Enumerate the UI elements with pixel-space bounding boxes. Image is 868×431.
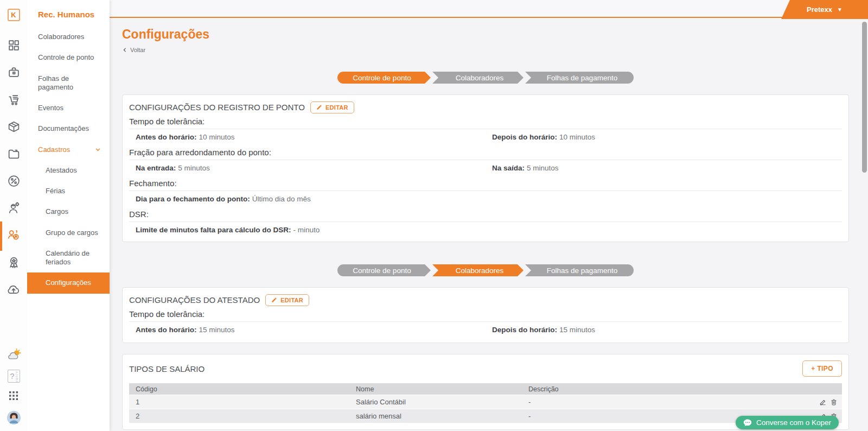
main-area: Pretexx ▼ Configurações Voltar Controle … [110,0,868,431]
sidebar-item-grupo-de-cargos[interactable]: Grupo de cargos [27,223,110,243]
vertical-scrollbar-thumb[interactable] [862,22,867,173]
section-label: Fechamento: [129,176,842,191]
table-header-row: Código Nome Descrição [129,383,842,395]
step-folhas-de-pagamento[interactable]: Folhas de pagamento [525,72,634,84]
table-row: 1 Salário Contábil - [129,395,842,409]
rail-item-percent[interactable] [0,174,27,190]
pencil-icon [316,104,322,110]
card-title: CONFIGURAÇÕES DO REGISTRO DE PONTO [129,103,305,112]
step-colaboradores[interactable]: Colaboradores [432,72,524,84]
briefcase-icon [7,66,21,81]
card-registro-de-ponto: CONFIGURAÇÕES DO REGISTRO DE PONTO EDITA… [122,94,849,242]
folder-icon [7,147,21,163]
cell-nome: Salário Contábil [349,398,522,406]
rail-item-folder[interactable] [0,147,27,163]
sidebar-item-controle-de-ponto[interactable]: Controle de ponto [27,47,110,68]
koper-chat-button[interactable]: Converse com o Koper [736,416,839,429]
add-tipo-button[interactable]: + TIPO [802,360,842,377]
rail-item-weather[interactable] [0,347,27,364]
topbar: Pretexx ▼ [110,0,868,18]
app-window: K [0,0,868,431]
back-button[interactable]: Voltar [122,47,145,53]
field-row: Antes do horário:15 minutos Depois do ho… [129,322,842,336]
edit-label: EDITAR [326,104,348,111]
rail-item-cloud-upload[interactable] [0,282,27,299]
chat-bubble-icon [743,419,752,427]
user-profile-button[interactable] [0,409,27,426]
sidebar-item-cargos[interactable]: Cargos [27,201,110,222]
delete-row-icon[interactable] [830,398,838,406]
chevron-down-icon: ▼ [837,7,843,12]
rail-item-help[interactable]: ? AJUDA [0,368,27,384]
col-header-nome: Nome [349,385,522,393]
field-na-saida: Na saída:5 minutos [486,164,842,172]
step-controle-de-ponto[interactable]: Controle de ponto [337,264,431,276]
user-avatar [7,411,21,424]
field-limite-dsr: Limite de minutos falta para cálculo do … [129,226,486,234]
field-row: Antes do horário:10 minutos Depois do ho… [129,129,842,145]
medal-icon [7,256,21,271]
sidebar-item-calendario-de-feriados[interactable]: Calendário de feriados [27,243,110,273]
section-label: Tempo de tolerância: [129,115,842,129]
account-name: Pretexx [807,5,832,14]
home-logo-button[interactable]: K [0,7,27,23]
sidebar-item-eventos[interactable]: Eventos [27,98,110,118]
sidebar-item-label: Cadastros [38,145,70,154]
page-title: Configurações [122,27,849,42]
section-label: DSR: [129,207,842,222]
page-content: Configurações Voltar Controle de ponto C… [110,18,868,431]
step-colaboradores[interactable]: Colaboradores [432,264,524,276]
col-header-codigo: Código [129,385,349,393]
rail-item-medal[interactable] [0,255,27,271]
stepper-colaboradores: Controle de ponto Colaboradores Folhas d… [122,264,849,276]
rail-item-package[interactable] [0,119,27,136]
col-header-descricao: Descrição [522,385,809,393]
back-label: Voltar [130,47,145,53]
package-icon [7,120,21,136]
chevron-down-icon [95,147,101,153]
chat-label: Converse com o Koper [756,419,831,427]
sidebar-item-colaboradores[interactable]: Colaboradores [27,27,110,47]
worker-gear-icon [7,201,21,217]
module-sidebar: Rec. Humanos Colaboradores Controle de p… [27,0,110,431]
section-label: Fração para arredondamento do ponto: [129,145,842,160]
rail-item-apps[interactable] [0,389,27,405]
card-title: TIPOS DE SALÁRIO [129,364,205,373]
field-depois-horario: Depois do horário:15 minutos [486,326,842,334]
cell-nome: salário mensal [349,412,522,420]
account-menu[interactable]: Pretexx ▼ [781,0,868,19]
weather-icon [7,347,21,364]
cell-descricao: - [522,398,809,406]
sidebar-item-cadastros[interactable]: Cadastros [27,140,110,160]
sidebar-item-ferias[interactable]: Férias [27,181,110,201]
edit-atestado-button[interactable]: EDITAR [265,294,309,306]
module-title: Rec. Humanos [27,10,110,19]
sidebar-item-atestados[interactable]: Atestados [27,160,110,181]
help-vertical-label: AJUDA [15,371,18,383]
table-row: 2 salário mensal - [129,409,842,423]
field-row: Limite de minutos falta para cálculo do … [129,222,842,235]
rail-item-worker[interactable] [0,201,27,217]
sidebar-item-folhas-de-pagamento[interactable]: Folhas de pagamento [27,68,110,98]
cell-codigo: 2 [129,412,349,420]
rail-item-hr-active[interactable] [0,228,27,244]
sidebar-item-configuracoes[interactable]: Configurações [27,272,110,293]
dashboard-icon [7,39,21,54]
field-antes-horario: Antes do horário:15 minutos [129,326,486,334]
edit-ponto-button[interactable]: EDITAR [310,102,354,113]
rail-item-dashboard[interactable] [0,38,27,54]
field-row: Dia para o fechamento do ponto:Último di… [129,191,842,207]
stepper-ponto: Controle de ponto Colaboradores Folhas d… [122,72,849,84]
field-depois-horario: Depois do horário:10 minutos [486,133,842,141]
edit-row-icon[interactable] [819,398,827,406]
rail-item-cart[interactable] [0,92,27,109]
salary-types-table: Código Nome Descrição 1 Salário Contábil… [129,383,842,423]
field-na-entrada: Na entrada:5 minutos [129,164,486,172]
sidebar-item-documentacoes[interactable]: Documentações [27,118,110,139]
cell-codigo: 1 [129,398,349,406]
hr-people-icon [7,228,21,244]
step-folhas-de-pagamento[interactable]: Folhas de pagamento [525,264,634,276]
field-row: Na entrada:5 minutos Na saída:5 minutos [129,160,842,176]
step-controle-de-ponto[interactable]: Controle de ponto [337,72,431,84]
rail-item-briefcase[interactable] [0,65,27,81]
